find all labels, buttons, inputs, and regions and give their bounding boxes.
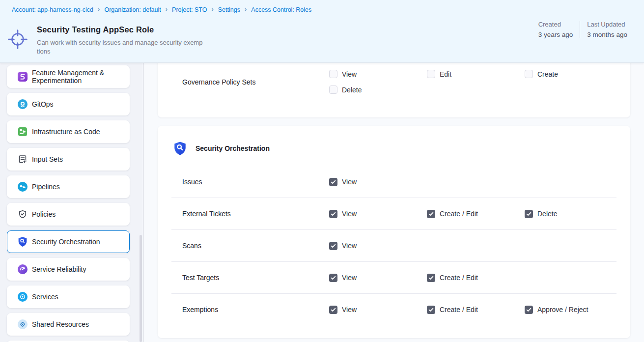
permission-label: View: [342, 210, 357, 218]
permission-label: Create / Edit: [440, 274, 478, 282]
sidebar-item-policies[interactable]: Policies: [7, 203, 130, 226]
permission-label: Create / Edit: [440, 306, 478, 314]
permissions-grid: ViewCreate / Edit: [329, 274, 622, 282]
breadcrumb-link-account-app-harness-ng-cicd[interactable]: Account: app-harness-ng-cicd: [12, 6, 93, 13]
checkbox-create[interactable]: [525, 70, 533, 78]
permission-row-governance-policy-sets: Governance Policy SetsViewEditCreateDele…: [158, 70, 630, 94]
checkbox-view[interactable]: [329, 178, 337, 186]
checkbox-create-edit[interactable]: [427, 306, 435, 314]
permission-create-edit: Create / Edit: [427, 210, 525, 218]
shared-resources-icon: [18, 319, 28, 329]
role-description-line1: Can work with security issues and manage…: [37, 38, 202, 47]
sidebar-scrollbar-thumb[interactable]: [140, 235, 142, 342]
checkbox-delete[interactable]: [329, 86, 337, 94]
sidebar-item-services[interactable]: Services: [7, 285, 130, 308]
sidebar-item-label: Feature Management & Experimentation: [32, 69, 125, 85]
breadcrumb-separator: ›: [166, 5, 168, 13]
sidebar-item-gitops[interactable]: GitOps: [7, 93, 130, 115]
resource-label: Exemptions: [158, 306, 329, 314]
resource-label: Scans: [158, 242, 329, 250]
permission-label: View: [342, 306, 357, 314]
permissions-grid: ViewEditCreateDelete: [329, 70, 622, 94]
permission-create: Create: [525, 70, 622, 78]
sidebar-item-label: Security Orchestration: [32, 238, 100, 246]
permission-label: Delete: [537, 210, 557, 218]
checkbox-approve-reject[interactable]: [525, 306, 533, 314]
permission-label: Delete: [342, 86, 362, 94]
role-crosshair-icon: [6, 28, 29, 51]
permission-label: View: [342, 242, 357, 250]
checkbox-view[interactable]: [329, 70, 337, 78]
sidebar-item-label: Service Reliability: [32, 265, 86, 274]
checkbox-edit[interactable]: [427, 70, 435, 78]
security-shield-icon: [173, 141, 187, 156]
breadcrumb-link-settings[interactable]: Settings: [218, 6, 240, 13]
permission-create-edit: Create / Edit: [427, 274, 525, 282]
permission-view: View: [329, 274, 427, 282]
sidebar-item-label: Input Sets: [32, 155, 63, 164]
sidebar-item-input-sets[interactable]: Input Sets: [7, 148, 130, 171]
checkbox-view[interactable]: [329, 274, 337, 282]
checkbox-view[interactable]: [329, 306, 337, 314]
meta-created: Created 3 years ago: [532, 21, 580, 38]
meta-created-value: 3 years ago: [538, 31, 573, 38]
content-region: Feature Management & ExperimentationGitO…: [0, 63, 644, 342]
permissions-grid: ViewCreate / EditApprove / Reject: [329, 306, 622, 314]
permission-row-test-targets: Test TargetsViewCreate / Edit: [158, 262, 630, 293]
permission-view: View: [329, 210, 427, 218]
permission-delete: Delete: [329, 86, 427, 94]
sidebar-item-pipelines[interactable]: Pipelines: [7, 175, 130, 198]
pipelines-icon: [18, 182, 28, 192]
meta-last-updated-label: Last Updated: [587, 21, 627, 28]
governance-policy-sets-card: Governance Policy SetsViewEditCreateDele…: [158, 63, 630, 117]
services-icon: [18, 292, 28, 302]
checkbox-delete[interactable]: [525, 210, 533, 218]
permission-label: Create: [537, 70, 558, 78]
checkbox-view[interactable]: [329, 242, 337, 250]
sidebar-item-security-orchestration[interactable]: Security Orchestration: [7, 230, 130, 253]
checkbox-create-edit[interactable]: [427, 210, 435, 218]
permission-create-edit: Create / Edit: [427, 306, 525, 314]
sidebar-item-shared-resources[interactable]: Shared Resources: [7, 313, 130, 336]
sidebar-item-label: Pipelines: [32, 183, 60, 191]
sidebar-item-label: GitOps: [32, 100, 54, 109]
sidebar-item-infrastructure-as-code[interactable]: Infrastructure as Code: [7, 120, 130, 143]
permission-approve-reject: Approve / Reject: [525, 306, 622, 314]
breadcrumb-link-project-sto[interactable]: Project: STO: [172, 6, 207, 13]
sidebar-item-feature-management-experimentation[interactable]: Feature Management & Experimentation: [7, 65, 130, 88]
permission-label: Approve / Reject: [537, 306, 588, 314]
resource-label: Test Targets: [158, 274, 329, 282]
checkbox-create-edit[interactable]: [427, 274, 435, 282]
permission-label: View: [342, 178, 357, 186]
card-header: Security Orchestration: [158, 126, 630, 166]
resource-label: Issues: [158, 178, 329, 186]
page-title: Security Testing AppSec Role: [37, 25, 154, 34]
breadcrumb: Account: app-harness-ng-cicd›Organizatio…: [12, 6, 311, 13]
permission-row-exemptions: ExemptionsViewCreate / EditApprove / Rej…: [158, 294, 630, 325]
meta-created-label: Created: [538, 21, 573, 28]
resource-label: External Tickets: [158, 210, 329, 218]
permission-label: Edit: [440, 70, 451, 78]
role-description-line2: tions: [37, 47, 202, 56]
permission-label: View: [342, 274, 357, 282]
governance-rows: Governance Policy SetsViewEditCreateDele…: [158, 70, 630, 94]
checkbox-view[interactable]: [329, 210, 337, 218]
permissions-grid: ViewCreate / EditDelete: [329, 210, 622, 218]
role-meta: Created 3 years ago Last Updated 3 month…: [532, 21, 634, 38]
permissions-grid: View: [329, 242, 622, 250]
sidebar-item-service-reliability[interactable]: Service Reliability: [7, 258, 130, 281]
input-sets-icon: [18, 154, 28, 164]
breadcrumb-separator: ›: [211, 5, 213, 13]
infrastructure-as-code-icon: [18, 127, 28, 137]
sidebar-item-label: Services: [32, 293, 58, 301]
permission-row-issues: IssuesView: [158, 166, 630, 198]
permission-view: View: [329, 178, 427, 186]
permission-delete: Delete: [525, 210, 622, 218]
resource-sidebar: Feature Management & ExperimentationGitO…: [0, 63, 143, 342]
breadcrumb-link-organization-default[interactable]: Organization: default: [104, 6, 161, 13]
permission-view: View: [329, 242, 427, 250]
breadcrumb-link-access-control-roles[interactable]: Access Control: Roles: [251, 6, 311, 13]
permission-edit: Edit: [427, 70, 525, 78]
permissions-panel: Governance Policy SetsViewEditCreateDele…: [143, 63, 644, 342]
role-description: Can work with security issues and manage…: [37, 38, 202, 56]
